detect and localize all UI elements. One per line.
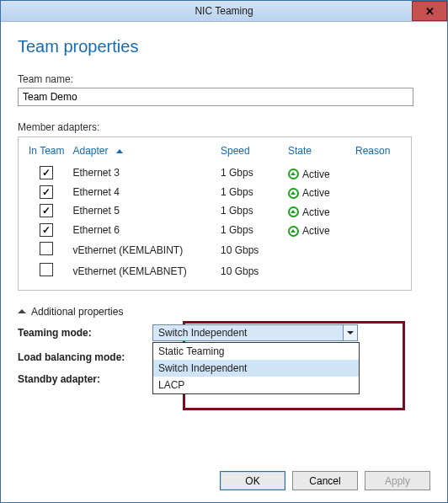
speed-cell: 1 Gbps	[217, 183, 285, 202]
member-adapters-label: Member adapters:	[18, 121, 430, 133]
speed-cell: 10 Gbps	[217, 260, 285, 281]
window-title: NIC Teaming	[195, 5, 253, 17]
teaming-mode-combo[interactable]: Switch Independent Static TeamingSwitch …	[152, 324, 358, 341]
inteam-checkbox[interactable]	[40, 204, 53, 217]
adapter-cell: vEthernet (KEMLABNET)	[69, 260, 217, 281]
table-row[interactable]: Ethernet 61 GbpsActive	[25, 221, 404, 240]
col-state[interactable]: State	[285, 142, 352, 163]
speed-cell: 1 Gbps	[217, 221, 285, 240]
teaming-mode-option[interactable]: Static Teaming	[153, 343, 359, 360]
apply-button[interactable]: Apply	[365, 471, 430, 490]
dialog-button-bar: OK Cancel Apply	[220, 471, 430, 490]
col-adapter[interactable]: Adapter	[69, 142, 217, 163]
reason-cell	[352, 221, 404, 240]
reason-cell	[352, 163, 404, 183]
reason-cell	[352, 183, 404, 202]
cancel-button[interactable]: Cancel	[292, 471, 358, 490]
teaming-mode-value[interactable]: Switch Independent	[152, 324, 344, 341]
additional-properties-toggle[interactable]: Additional properties	[18, 306, 123, 318]
team-name-input[interactable]	[18, 88, 413, 106]
teaming-mode-dropdown: Static TeamingSwitch IndependentLACP	[152, 342, 360, 394]
table-row[interactable]: Ethernet 41 GbpsActive	[25, 183, 404, 202]
member-adapters-grid: In Team Adapter Speed State Reason Ether…	[18, 136, 412, 291]
table-row[interactable]: vEthernet (KEMLABNET)10 Gbps	[25, 260, 404, 281]
adapter-cell: Ethernet 6	[69, 221, 217, 240]
adapter-cell: Ethernet 4	[69, 183, 217, 202]
reason-cell	[352, 260, 404, 281]
inteam-checkbox[interactable]	[40, 242, 53, 255]
inteam-checkbox[interactable]	[40, 263, 53, 276]
load-balancing-label: Load balancing mode:	[18, 351, 152, 363]
state-up-icon	[288, 206, 299, 217]
close-icon: ✕	[425, 5, 435, 18]
teaming-mode-dropdown-button[interactable]	[343, 324, 358, 341]
state-cell: Active	[285, 221, 352, 240]
adapter-cell: Ethernet 5	[69, 201, 217, 221]
state-cell	[285, 260, 352, 281]
chevron-up-icon	[18, 309, 26, 313]
adapter-cell: Ethernet 3	[69, 163, 217, 183]
table-row[interactable]: Ethernet 31 GbpsActive	[25, 163, 404, 183]
col-reason[interactable]: Reason	[352, 142, 404, 163]
ok-button[interactable]: OK	[220, 471, 285, 490]
speed-cell: 1 Gbps	[217, 163, 285, 183]
speed-cell: 1 Gbps	[217, 201, 285, 221]
inteam-checkbox[interactable]	[40, 223, 53, 237]
inteam-checkbox[interactable]	[40, 185, 53, 199]
speed-cell: 10 Gbps	[217, 239, 285, 260]
table-row[interactable]: Ethernet 51 GbpsActive	[25, 201, 404, 221]
sort-asc-icon	[116, 149, 123, 153]
inteam-checkbox[interactable]	[40, 166, 53, 179]
state-up-icon	[288, 226, 299, 237]
state-cell: Active	[285, 183, 352, 202]
state-cell: Active	[285, 163, 352, 183]
additional-properties-section: Additional properties Teaming mode: Swit…	[18, 304, 430, 385]
caret-down-icon	[347, 331, 354, 334]
content-area: Team properties Team name: Member adapte…	[1, 22, 447, 393]
col-speed[interactable]: Speed	[217, 142, 285, 163]
state-up-icon	[288, 169, 299, 179]
team-name-label: Team name:	[18, 73, 430, 85]
col-inteam[interactable]: In Team	[25, 142, 69, 163]
adapter-cell: vEthernet (KEMLABINT)	[69, 239, 217, 260]
nic-teaming-window: NIC Teaming ✕ Team properties Team name:…	[0, 0, 448, 503]
titlebar: NIC Teaming ✕	[1, 1, 447, 22]
teaming-mode-label: Teaming mode:	[18, 327, 152, 339]
reason-cell	[352, 239, 404, 260]
table-row[interactable]: vEthernet (KEMLABINT)10 Gbps	[25, 239, 404, 260]
state-cell	[285, 239, 352, 260]
teaming-mode-option[interactable]: Switch Independent	[153, 360, 359, 377]
page-heading: Team properties	[18, 37, 430, 56]
state-up-icon	[288, 188, 299, 199]
standby-adapter-label: Standby adapter:	[18, 373, 152, 385]
teaming-mode-option[interactable]: LACP	[153, 377, 359, 393]
reason-cell	[352, 201, 404, 221]
close-button[interactable]: ✕	[412, 1, 447, 21]
state-cell: Active	[285, 201, 352, 221]
